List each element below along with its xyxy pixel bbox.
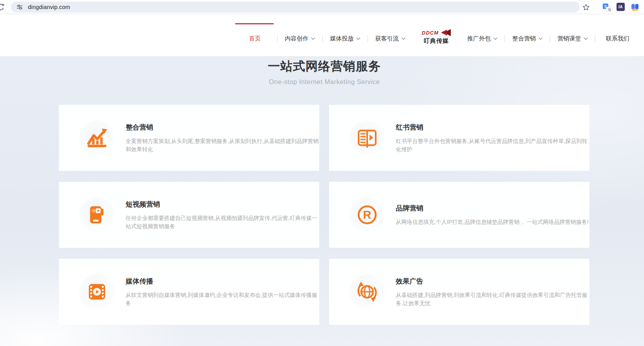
- nav-item-contact-us[interactable]: 联系我们: [595, 35, 640, 42]
- card-desc: 从网络信息填充,个人IP打造,品牌信息铺垫品牌营销， 一站式网络品牌营销服务!: [396, 218, 589, 226]
- chevron-down-icon: [493, 37, 498, 40]
- translate-right-glyph: G: [608, 7, 611, 11]
- registered-letter: R: [363, 209, 371, 221]
- translate-extension-icon[interactable]: 文 G: [602, 3, 611, 12]
- site-navbar: 首页 内容创作 媒体投放 获客引流 DDCM 叮典传媒 推广外包: [0, 15, 644, 56]
- nav-item-promotion-outsourcing[interactable]: 推广外包: [460, 35, 505, 42]
- registered-trademark-icon: R: [349, 197, 385, 232]
- nav-label: 获客引流: [375, 35, 399, 42]
- chevron-down-icon: [584, 37, 588, 40]
- passwords-extension-icon[interactable]: [631, 3, 639, 12]
- page-body: 一站式网络营销服务 One-stop Internet Marketing Se…: [0, 56, 644, 346]
- card-title: 效果广告: [396, 276, 589, 286]
- nav-item-home[interactable]: 首页: [232, 35, 277, 42]
- card-title: 短视频营销: [126, 200, 319, 209]
- bookmark-star-icon[interactable]: [582, 3, 590, 11]
- page-subtitle: One-stop Internet Marketing Service: [59, 78, 590, 86]
- page-title: 一站式网络营销服务: [59, 58, 590, 75]
- nav-item-integrated-marketing[interactable]: 整合营销: [505, 35, 550, 42]
- service-card-brand-marketing[interactable]: R 品牌营销 从网络信息填充,个人IP打造,品牌信息铺垫品牌营销， 一站式网络品…: [329, 182, 589, 248]
- book-play-icon: [349, 120, 385, 156]
- chevron-down-icon: [356, 37, 360, 40]
- nav-item-content-creation[interactable]: 内容创作: [278, 35, 322, 42]
- service-card-redbook-marketing[interactable]: 红书营销 红书平台整平台外包营销服务,从账号代运营品牌信息,到产品宣传种草,探店…: [329, 105, 589, 171]
- logo-name: 叮典传媒: [424, 37, 449, 45]
- card-title: 红书营销: [396, 123, 589, 132]
- card-title: 媒体传播: [126, 276, 319, 286]
- browser-toolbar: dingdianvip.com 文 G IA: [0, 0, 644, 14]
- nav-label: 内容创作: [285, 35, 309, 42]
- site-logo[interactable]: DDCM 叮典传媒: [413, 28, 460, 45]
- card-title: 整合营销: [126, 123, 319, 132]
- chevron-down-icon: [401, 37, 406, 40]
- site-settings-icon[interactable]: [15, 2, 25, 12]
- card-title: 品牌营销: [396, 203, 589, 213]
- card-desc: 红书平台整平台外包营销服务,从账号代运营品牌信息,到产品宣传种草,探店到转化维护: [396, 137, 589, 154]
- globe-arrows-icon: [349, 274, 385, 309]
- logo-mark-icon: DDCM: [421, 28, 452, 37]
- reload-icon[interactable]: [0, 3, 5, 12]
- url-bar[interactable]: dingdianvip.com: [11, 2, 580, 13]
- url-text: dingdianvip.com: [28, 4, 70, 10]
- logo-mark-text: DDCM: [422, 30, 439, 36]
- hero-section: 一站式网络营销服务 One-stop Internet Marketing Se…: [59, 56, 590, 86]
- main-navigation: 首页 内容创作 媒体投放 获客引流 DDCM 叮典传媒 推广外包: [232, 15, 640, 56]
- card-desc: 从基础搭建,到品牌营销,到效果引流和转化,叮典传媒提供效果引流和广告托管服务,让…: [396, 291, 589, 308]
- chevron-down-icon: [538, 37, 543, 40]
- nav-label: 营销课堂: [558, 35, 581, 42]
- phone-video-icon: [79, 197, 115, 232]
- nav-label: 整合营销: [512, 35, 536, 42]
- services-grid: 整合营销 全案营销方案策划,从头到尾,整案营销服务,从策划到执行,从基础搭建到品…: [59, 105, 589, 325]
- chevron-down-icon: [311, 37, 315, 40]
- nav-label: 联系我们: [606, 35, 629, 42]
- film-play-icon: [79, 274, 115, 309]
- nav-label: 推广外包: [467, 35, 491, 42]
- card-desc: 任何企业都需要搭建自己短视频营销,从视频拍摄到品牌宣传,代运营,叮典传媒一站式短…: [126, 214, 319, 231]
- growth-chart-icon: [79, 120, 115, 156]
- service-card-integrated-marketing[interactable]: 整合营销 全案营销方案策划,从头到尾,整案营销服务,从策划到执行,从基础搭建到品…: [59, 105, 319, 171]
- nav-item-marketing-class[interactable]: 营销课堂: [550, 35, 595, 42]
- nav-label: 首页: [249, 35, 261, 42]
- nav-item-media-placement[interactable]: 媒体投放: [323, 35, 368, 42]
- service-card-media-communication[interactable]: 媒体传播 从软文营销到自媒体营销,到媒体邀约,企业专访和发布会,提供一站式媒体传…: [59, 259, 319, 325]
- card-desc: 全案营销方案策划,从头到尾,整案营销服务,从策划到执行,从基础搭建到品牌营销和效…: [126, 137, 319, 154]
- nav-label: 媒体投放: [330, 35, 354, 42]
- service-card-performance-ads[interactable]: 效果广告 从基础搭建,到品牌营销,到效果引流和转化,叮典传媒提供效果引流和广告托…: [329, 259, 589, 325]
- ia-extension-icon[interactable]: IA: [617, 3, 625, 11]
- card-desc: 从软文营销到自媒体营销,到媒体邀约,企业专访和发布会,提供一站式媒体传播服务: [126, 291, 319, 308]
- nav-item-lead-generation[interactable]: 获客引流: [368, 35, 413, 42]
- service-card-short-video-marketing[interactable]: 短视频营销 任何企业都需要搭建自己短视频营销,从视频拍摄到品牌宣传,代运营,叮典…: [59, 182, 319, 248]
